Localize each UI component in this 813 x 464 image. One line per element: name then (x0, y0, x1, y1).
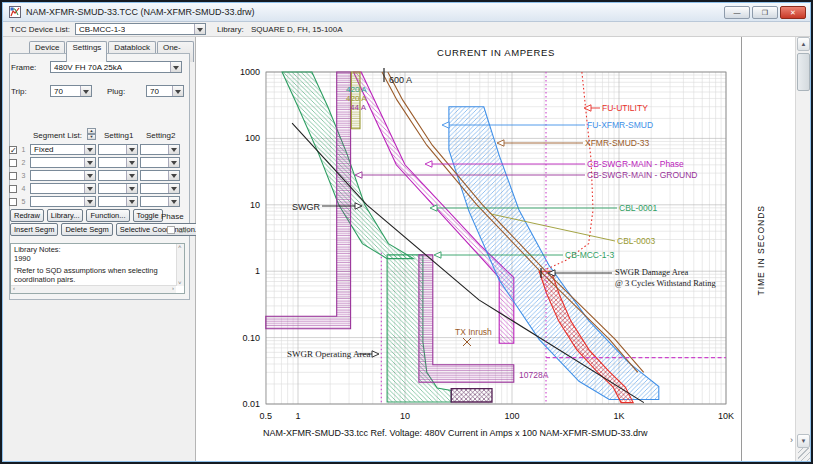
segment-combo-2[interactable] (98, 196, 138, 207)
chevron-down-icon[interactable] (168, 197, 179, 206)
chevron-down-icon[interactable] (168, 145, 179, 154)
notes-hscrollbar[interactable]: ‹ › (11, 285, 176, 293)
svg-text:600 A: 600 A (389, 75, 412, 85)
library-notes-box[interactable]: Library Notes:1990"Refer to SQD assumpti… (10, 243, 185, 294)
chevron-down-icon[interactable] (126, 184, 137, 193)
segment-combo-3[interactable] (140, 170, 180, 181)
segment-checkbox[interactable] (9, 185, 17, 193)
tcc-chart[interactable]: FU-UTILITYFU-XFMR-SMUDXFMR-SMUD-33CB-SWG… (196, 30, 741, 461)
chevron-down-icon[interactable] (126, 158, 137, 167)
hscroll-right-icon[interactable]: › (790, 435, 793, 445)
annotation-420-a: 420 A (346, 85, 367, 94)
window-inner: NAM-XFMR-SMUD-33.TCC (NAM-XFMR-SMUD-33.d… (2, 2, 811, 462)
segment-combo-1[interactable] (30, 183, 96, 194)
title-bar[interactable]: NAM-XFMR-SMUD-33.TCC (NAM-XFMR-SMUD-33.d… (3, 3, 810, 22)
trip-label: Trip: (11, 87, 27, 96)
maximize-button[interactable]: ❐ (752, 6, 778, 19)
scroll-down-icon[interactable]: ˅ (178, 280, 182, 286)
main-area: DeviceSettingsDatablockOne-Line Frame: 4… (3, 37, 810, 461)
annotation--3-cycles-withstand-rating: @ 3 Cycles Withstand Rating (615, 278, 717, 288)
scroll-down-icon[interactable]: ▼ (797, 434, 810, 448)
segment-list-spinner[interactable]: ▲ ▼ (87, 128, 96, 140)
segment-combo-1[interactable] (30, 196, 96, 207)
trip-value: 70 (54, 87, 63, 96)
segment-combo-2[interactable] (98, 144, 138, 155)
insert-segm-button[interactable]: Insert Segm (10, 223, 58, 236)
segment-combo-3[interactable] (140, 196, 180, 207)
button-row-1: RedrawLibrary...Function...Toggle (10, 209, 163, 222)
minimize-button[interactable]: — (724, 6, 750, 19)
svg-text:@ 3 Cycles Withstand Rating: @ 3 Cycles Withstand Rating (615, 278, 717, 288)
chevron-down-icon[interactable] (172, 86, 183, 96)
segment-combo-2[interactable] (98, 183, 138, 194)
scroll-right-icon[interactable]: › (172, 285, 174, 291)
segment-combo-1[interactable] (30, 157, 96, 168)
segment-combo-1[interactable] (30, 170, 96, 181)
chevron-down-icon[interactable] (84, 171, 95, 180)
resize-grip[interactable] (798, 448, 811, 461)
chevron-down-icon[interactable] (80, 86, 91, 96)
segment-combo-3[interactable] (140, 157, 180, 168)
chevron-down-icon[interactable] (126, 171, 137, 180)
segment-combo-3[interactable] (140, 183, 180, 194)
svg-text:10K: 10K (718, 411, 734, 421)
toggle-button[interactable]: Toggle (133, 209, 163, 222)
plug-combo[interactable]: 70 (146, 85, 184, 97)
notes-line: "Refer to SQD assumptions when selecting… (14, 267, 175, 284)
chevron-down-icon[interactable] (170, 62, 181, 72)
chart-vscrollbar[interactable]: ▲ ▼ (795, 37, 811, 461)
library-button[interactable]: Library... (47, 209, 84, 222)
segment-checkbox[interactable] (9, 198, 17, 206)
frame-combo[interactable]: 480V FH 70A 25kA (50, 61, 182, 73)
svg-text:CB-SWGR-MAIN - GROUND: CB-SWGR-MAIN - GROUND (587, 170, 698, 180)
device-list-label: TCC Device List: (10, 25, 70, 34)
svg-text:44 A: 44 A (350, 103, 367, 112)
tcc-chart-canvas[interactable]: FU-UTILITYFU-XFMR-SMUDXFMR-SMUD-33CB-SWG… (196, 37, 742, 461)
selective-coordination-button[interactable]: Selective Coordination... (116, 223, 205, 236)
redraw-button[interactable]: Redraw (10, 209, 44, 222)
button-row-2: Insert SegmDelete SegmSelective Coordina… (10, 223, 205, 236)
segment-list-label: Segment List: (33, 131, 82, 140)
annotation-tx-inrush: TX Inrush (455, 327, 492, 346)
chevron-down-icon[interactable] (126, 197, 137, 206)
notes-vscrollbar[interactable]: ˄ ˅ (176, 244, 184, 286)
chevron-down-icon[interactable] (168, 184, 179, 193)
chevron-down-icon[interactable] (168, 158, 179, 167)
scroll-up-icon[interactable]: ˄ (178, 244, 182, 250)
segment-combo-2[interactable] (98, 170, 138, 181)
app-icon (9, 6, 21, 18)
on-label: On (178, 226, 189, 235)
delete-segm-button[interactable]: Delete Segm (61, 223, 112, 236)
scroll-thumb[interactable] (797, 53, 810, 91)
chevron-down-icon[interactable] (84, 145, 95, 154)
svg-text:SWGR Operating Area: SWGR Operating Area (287, 349, 370, 359)
chevron-down-icon[interactable] (84, 184, 95, 193)
close-button[interactable]: ✕ (780, 6, 806, 19)
trip-combo[interactable]: 70 (50, 85, 92, 97)
segment-checkbox[interactable] (9, 172, 17, 180)
segment-combo-1[interactable]: Fixed (30, 144, 96, 155)
chevron-down-icon[interactable] (168, 171, 179, 180)
combo-value: Fixed (34, 145, 54, 154)
segment-combo-2[interactable] (98, 157, 138, 168)
function-button[interactable]: Function... (86, 209, 129, 222)
annotation-420-a: 420 A (346, 94, 367, 103)
spinner-down-icon[interactable]: ▼ (87, 134, 96, 140)
scroll-left-icon[interactable]: ‹ (13, 285, 15, 291)
segment-checkbox[interactable]: ✓ (9, 146, 17, 154)
svg-text:1: 1 (295, 411, 300, 421)
on-checkbox[interactable] (167, 226, 175, 234)
svg-text:0.01: 0.01 (242, 399, 260, 409)
tab-settings[interactable]: Settings (66, 41, 107, 62)
chevron-down-icon[interactable] (84, 158, 95, 167)
series-CB-inst-box[interactable] (451, 389, 492, 402)
chevron-down-icon[interactable] (126, 145, 137, 154)
chevron-down-icon[interactable] (84, 197, 95, 206)
device-list-combo[interactable]: CB-MCC-1-3 (75, 23, 206, 35)
window-title: NAM-XFMR-SMUD-33.TCC (NAM-XFMR-SMUD-33.d… (26, 7, 255, 17)
scroll-up-icon[interactable]: ▲ (797, 37, 810, 51)
segment-combo-3[interactable] (140, 144, 180, 155)
series-FU-UTILITY-dotted[interactable] (545, 72, 593, 270)
plug-value: 70 (150, 87, 159, 96)
segment-checkbox[interactable] (9, 159, 17, 167)
